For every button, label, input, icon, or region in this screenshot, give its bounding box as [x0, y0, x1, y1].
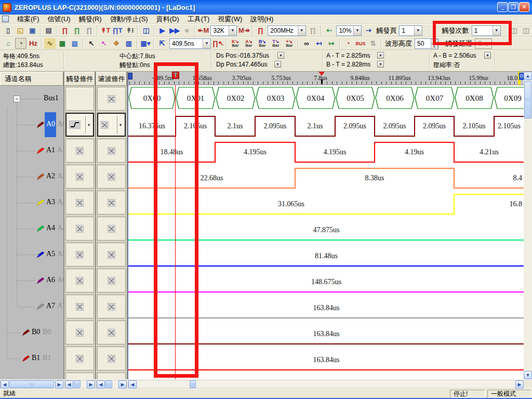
scroll-right-button[interactable]: ▶	[515, 380, 524, 389]
left-edge-marker[interactable]	[128, 73, 132, 79]
menu-item-2[interactable]: 觸發(R)	[75, 14, 106, 24]
channel-name[interactable]: A5	[46, 250, 55, 258]
sample-rate-select[interactable]: 200MHz▼	[268, 25, 306, 36]
a-b-dropdown[interactable]: ▼	[484, 52, 491, 59]
menu-item-1[interactable]: 信號(U)	[44, 14, 75, 24]
bus-collapse-toggle[interactable]: −	[14, 96, 20, 102]
trigger-cell-10[interactable]	[65, 373, 94, 379]
vertical-scroll-thumb[interactable]	[524, 81, 531, 118]
k-bar-icon[interactable]: K↘Bar	[229, 38, 242, 49]
close-button[interactable]: ✕	[519, 2, 529, 12]
filter-cell-6[interactable]	[97, 269, 126, 292]
wave-display-mode-icon[interactable]: ▦▾	[140, 38, 151, 49]
menu-item-7[interactable]: 說明(H)	[246, 14, 277, 24]
find-icon[interactable]: ∞	[301, 38, 312, 49]
shrink-view-icon[interactable]: ⇠	[324, 25, 335, 36]
trigger-page-select[interactable]: 1▼	[399, 25, 422, 36]
channel-row-A2[interactable]: A2A2	[0, 164, 63, 190]
hscroll-thumb[interactable]	[9, 380, 54, 388]
time-per-div-select[interactable]: 409.5ns▼	[169, 38, 211, 49]
trigger-cell-9[interactable]	[65, 347, 94, 370]
bus-filter-cell[interactable]	[97, 87, 126, 111]
statistics-icon[interactable]: ▥	[123, 38, 135, 49]
scroll-left-button[interactable]: ◀	[97, 380, 105, 389]
scroll-up-button[interactable]: ▲	[524, 72, 532, 80]
filter-cell-10[interactable]	[97, 373, 126, 379]
pointer-icon[interactable]: ↖	[86, 38, 97, 49]
a-t-dropdown[interactable]: ▼	[377, 52, 384, 59]
bus-label[interactable]: Bus1	[44, 94, 59, 102]
scroll-right-button[interactable]: ▶	[87, 380, 95, 389]
trigger-cell-6[interactable]	[65, 269, 94, 292]
hscrollbar-trigger-column[interactable]: ◀▶	[64, 380, 95, 389]
home-icon[interactable]: ⌂	[3, 38, 14, 49]
navigator-window-icon[interactable]: ▧	[69, 38, 81, 49]
memory-right-icon[interactable]: M↠	[238, 25, 250, 36]
channel-row-A4[interactable]: A4A4	[0, 216, 63, 242]
channel-name[interactable]: A3	[46, 198, 55, 206]
filter-cell-8[interactable]	[97, 321, 126, 344]
vertical-scrollbar[interactable]: ▲ ▼	[524, 72, 532, 379]
channel-name[interactable]: A4	[46, 224, 55, 232]
channel-row-A1[interactable]: A1A1	[0, 138, 63, 164]
channel-row-A3[interactable]: A3A3	[0, 190, 63, 216]
dp-pos-dropdown[interactable]: ▼	[274, 61, 281, 68]
external-clock-icon[interactable]: ∏	[308, 25, 318, 36]
hscroll-thumb[interactable]	[74, 380, 81, 388]
channel-name[interactable]: A0	[46, 120, 55, 128]
trigger-page-select-dropdown-icon[interactable]: ▼	[414, 26, 422, 35]
bus-trigger-cell[interactable]	[65, 87, 94, 111]
bus-setup-icon[interactable]: BUS	[355, 38, 366, 49]
trigger-insert-icon[interactable]: ↟I	[124, 25, 135, 36]
menu-item-6[interactable]: 視窗(W)	[214, 14, 246, 24]
open-file-icon[interactable]: ◱	[15, 25, 25, 36]
compression-icon[interactable]: ◫	[140, 25, 151, 36]
t-bar-icon[interactable]: T↘Bar	[270, 38, 282, 49]
zoom-range-icon[interactable]: ⇱	[156, 38, 168, 49]
sample-rate-select-dropdown-icon[interactable]: ▼	[298, 26, 305, 35]
menu-item-0[interactable]: 檔案(F)	[13, 14, 44, 24]
scroll-right-button[interactable]: ▶	[118, 380, 127, 389]
title-bar[interactable]: ZEROPLUS LAP-C(321000)(S/N:00000000001) …	[0, 0, 532, 15]
hscrollbar-channel-panel[interactable]: ◀▶	[0, 380, 63, 389]
hscrollbar-filter-column[interactable]: ◀▶	[96, 380, 127, 389]
frequency-icon[interactable]: Hz	[28, 38, 39, 49]
trigger-cell-2[interactable]	[65, 165, 94, 189]
trigger-dropdown-icon[interactable]: ▼	[85, 116, 92, 134]
trigger-cell-1[interactable]	[65, 139, 94, 163]
filter-cell-3[interactable]	[97, 191, 126, 215]
hand-pan-icon[interactable]: ✥	[111, 38, 122, 49]
waveform-window-icon[interactable]: ∿	[44, 38, 56, 49]
scroll-left-button[interactable]: ◀	[128, 380, 137, 389]
multi-select-icon[interactable]: ↖	[98, 38, 110, 49]
noise-capture-icon[interactable]: ∏	[84, 25, 95, 36]
state-list-window-icon[interactable]: ▦	[57, 38, 68, 49]
filter-cell-0[interactable]: ▼	[97, 113, 126, 137]
filter-cell-5[interactable]	[97, 243, 126, 267]
hscroll-thumb[interactable]	[190, 380, 196, 388]
filter-dropdown-icon[interactable]: ▼	[117, 116, 124, 134]
display-ratio-select-dropdown-icon[interactable]: ▼	[353, 26, 361, 35]
a-bar-icon[interactable]: A↘Bar	[243, 38, 255, 49]
expand-collapse-icon[interactable]: ⇅	[367, 38, 379, 49]
channel-row-A7[interactable]: A7A7	[0, 294, 63, 320]
pulse-capture-icon[interactable]: ∏	[59, 25, 70, 36]
trigger-wave-icon[interactable]: ∏T	[112, 25, 123, 36]
scroll-right-button[interactable]: ▶	[55, 380, 63, 389]
hscroll-thumb[interactable]	[105, 380, 112, 388]
trigger-cell-4[interactable]	[65, 217, 94, 241]
trigger-position-icon[interactable]: ↟T	[100, 25, 111, 36]
trigger-cell-3[interactable]	[65, 191, 94, 215]
b-bar-icon[interactable]: B↘Bar	[256, 38, 269, 49]
hscrollbar-waveform[interactable]: ◀▶	[128, 380, 524, 389]
internal-clock-icon[interactable]: ∏	[255, 25, 266, 36]
trigger-cell-8[interactable]	[65, 321, 94, 344]
filter-cell-9[interactable]	[97, 347, 126, 370]
channel-name[interactable]: A6	[46, 276, 55, 284]
new-file-icon[interactable]: ▯	[3, 25, 14, 36]
bus-row[interactable]: −Bus1	[0, 86, 63, 112]
goto-trigger-icon[interactable]: ∏↖	[212, 38, 224, 49]
filter-cell-4[interactable]	[97, 217, 126, 241]
channel-row-B1[interactable]: B1B1	[0, 345, 63, 371]
minimize-button[interactable]: _	[497, 2, 508, 12]
